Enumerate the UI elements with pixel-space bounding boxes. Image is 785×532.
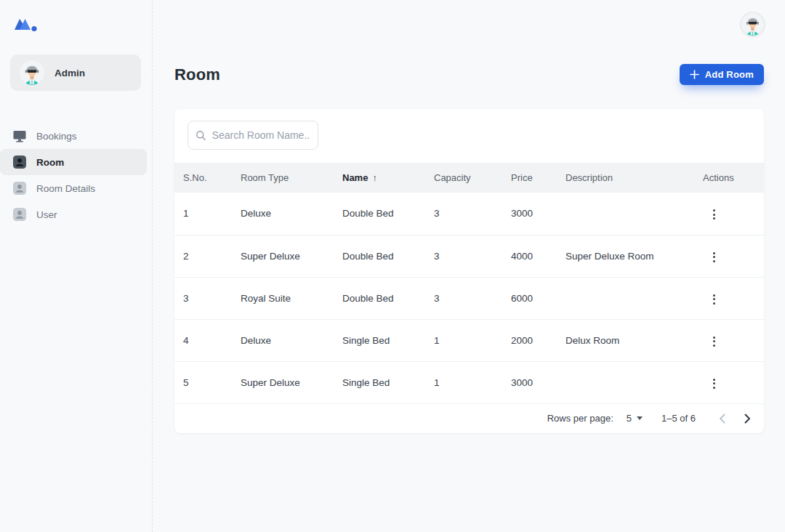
add-room-label: Add Room [705, 69, 754, 80]
cell-description: Super Deluxe Room [565, 235, 703, 277]
cell-name: Single Bed [342, 319, 434, 361]
admin-name-label: Admin [55, 68, 85, 78]
sidebar-item-bookings[interactable]: Bookings [0, 123, 152, 149]
row-actions-kebab-icon[interactable] [707, 332, 721, 351]
admin-avatar [741, 13, 764, 36]
chevron-right-icon [744, 414, 751, 424]
cell-name: Single Bed [342, 361, 434, 403]
next-page-button[interactable] [741, 411, 754, 427]
chevron-left-icon [719, 414, 725, 424]
cell-price: 3000 [511, 193, 565, 235]
sidebar-item-room-details[interactable]: Room Details [0, 175, 152, 201]
col-header-name-label: Name [342, 172, 368, 183]
person-badge-icon: .pb-bg{fill:#4c545e}.pb-fig{fill:#14191f… [12, 155, 27, 169]
cell-price: 6000 [511, 277, 565, 319]
sort-asc-icon: ↑ [372, 172, 377, 183]
cell-room-type: Super Deluxe [241, 361, 342, 403]
cell-description [565, 193, 703, 235]
table-row: 3 Royal Suite Double Bed 3 6000 [174, 277, 764, 319]
app-logo [13, 16, 39, 33]
admin-profile-card[interactable]: Admin [10, 55, 141, 91]
cell-description [565, 361, 703, 403]
cell-sno: 4 [174, 319, 241, 361]
search-icon [196, 129, 206, 142]
pagination-bar: Rows per page: 5 1–5 of 6 [174, 404, 764, 433]
search-box [188, 121, 318, 150]
plus-icon [690, 70, 699, 79]
cell-name: Double Bed [342, 235, 434, 277]
monitor-icon [12, 129, 27, 143]
row-actions-kebab-icon[interactable] [707, 205, 721, 224]
col-header-capacity[interactable]: Capacity [434, 163, 511, 193]
table-row: 5 Super Deluxe Single Bed 1 3000 [174, 361, 764, 403]
col-header-description[interactable]: Description [565, 163, 703, 193]
cell-capacity: 3 [434, 235, 511, 277]
page-title: Room [174, 65, 220, 84]
cell-sno: 5 [174, 361, 241, 403]
pagination-range-label: 1–5 of 6 [661, 413, 696, 424]
cell-name: Double Bed [342, 277, 434, 319]
table-header-row: S.No. Room Type Name↑ Capacity Price Des… [174, 163, 764, 193]
sidebar: Admin Bookings .pb-bg{fill:#4c545e}.pb-f… [0, 0, 153, 532]
col-header-name[interactable]: Name↑ [342, 163, 434, 193]
cell-sno: 2 [174, 235, 241, 277]
rows-per-page-select[interactable]: 5 [627, 413, 643, 424]
sidebar-item-room[interactable]: .pb-bg{fill:#4c545e}.pb-fig{fill:#14191f… [0, 149, 147, 175]
table-row: 1 Deluxe Double Bed 3 3000 [174, 193, 764, 235]
sidebar-item-user[interactable]: User [0, 201, 152, 227]
col-header-room-type[interactable]: Room Type [241, 163, 342, 193]
person-badge-icon [12, 181, 27, 196]
topbar [174, 13, 764, 36]
cell-capacity: 3 [434, 277, 511, 319]
search-input[interactable] [212, 129, 310, 141]
cell-name: Double Bed [342, 193, 434, 235]
logo-mark-m-icon [13, 16, 39, 33]
cell-room-type: Deluxe [241, 319, 342, 361]
col-header-actions: Actions [703, 163, 764, 193]
person-badge-icon [12, 207, 27, 222]
cell-price: 2000 [511, 319, 565, 361]
cell-description [565, 277, 703, 319]
sidebar-nav: Bookings .pb-bg{fill:#4c545e}.pb-fig{fil… [0, 123, 152, 227]
caret-down-icon [637, 416, 643, 420]
main-content: Room Add Room [153, 0, 785, 532]
rows-per-page-label: Rows per page: [547, 413, 613, 424]
cell-sno: 1 [174, 193, 241, 235]
cell-capacity: 1 [434, 319, 511, 361]
search-area [174, 109, 764, 163]
table-row: 2 Super Deluxe Double Bed 3 4000 Super D… [174, 235, 764, 277]
cell-room-type: Royal Suite [241, 277, 342, 319]
row-actions-kebab-icon[interactable] [707, 374, 721, 393]
previous-page-button[interactable] [716, 411, 728, 427]
admin-avatar [20, 60, 44, 85]
cell-sno: 3 [174, 277, 241, 319]
cell-capacity: 1 [434, 361, 511, 403]
sidebar-item-label: Bookings [36, 131, 77, 142]
cell-capacity: 3 [434, 193, 511, 235]
row-actions-kebab-icon[interactable] [707, 290, 721, 309]
sidebar-item-label: User [36, 209, 57, 220]
cell-price: 3000 [511, 361, 565, 403]
rooms-table: S.No. Room Type Name↑ Capacity Price Des… [174, 163, 764, 404]
add-room-button[interactable]: Add Room [680, 64, 764, 85]
sidebar-item-label: Room [36, 157, 64, 168]
row-actions-kebab-icon[interactable] [707, 248, 721, 267]
cell-price: 4000 [511, 235, 565, 277]
room-table-card: S.No. Room Type Name↑ Capacity Price Des… [174, 109, 764, 433]
col-header-sno[interactable]: S.No. [174, 163, 241, 193]
rows-per-page-value: 5 [627, 413, 632, 424]
sidebar-item-label: Room Details [36, 183, 95, 194]
cell-description: Delux Room [565, 319, 703, 361]
page-header: Room Add Room [174, 64, 764, 85]
cell-room-type: Deluxe [241, 193, 342, 235]
cell-room-type: Super Deluxe [241, 235, 342, 277]
table-row: 4 Deluxe Single Bed 1 2000 Delux Room [174, 319, 764, 361]
user-avatar-button[interactable] [741, 13, 764, 36]
col-header-price[interactable]: Price [511, 163, 565, 193]
